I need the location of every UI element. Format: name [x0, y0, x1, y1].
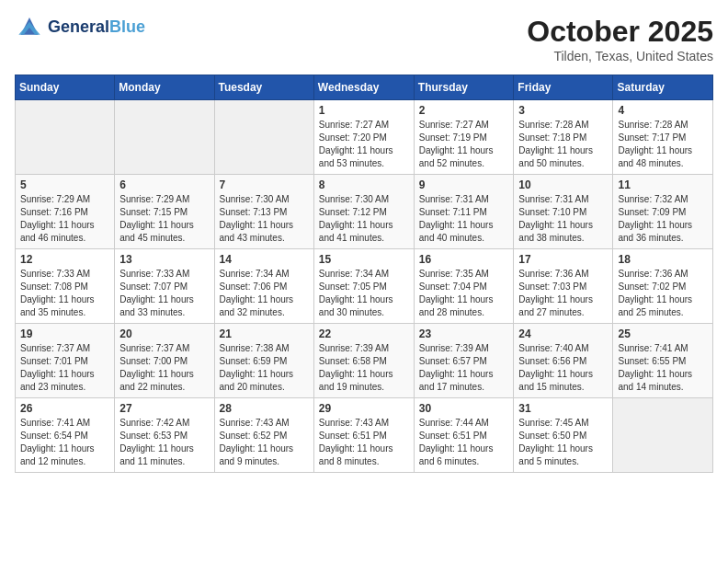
calendar-cell: 23Sunrise: 7:39 AM Sunset: 6:57 PM Dayli… — [414, 324, 514, 398]
calendar-cell: 1Sunrise: 7:27 AM Sunset: 7:20 PM Daylig… — [313, 100, 414, 175]
page-header: GeneralBlue October 2025 Tilden, Texas, … — [15, 15, 713, 63]
location: Tilden, Texas, United States — [527, 49, 713, 63]
logo: GeneralBlue — [15, 15, 145, 40]
calendar-cell: 17Sunrise: 7:36 AM Sunset: 7:03 PM Dayli… — [514, 249, 613, 324]
day-info: Sunrise: 7:39 AM Sunset: 6:57 PM Dayligh… — [419, 342, 509, 394]
day-number: 16 — [419, 253, 509, 266]
day-info: Sunrise: 7:45 AM Sunset: 6:50 PM Dayligh… — [518, 417, 608, 468]
day-number: 6 — [119, 178, 209, 191]
calendar-cell: 26Sunrise: 7:41 AM Sunset: 6:54 PM Dayli… — [16, 398, 115, 473]
day-number: 29 — [319, 402, 409, 415]
day-number: 9 — [419, 178, 509, 191]
calendar-cell: 31Sunrise: 7:45 AM Sunset: 6:50 PM Dayli… — [514, 398, 613, 473]
day-number: 11 — [618, 178, 708, 191]
calendar-cell — [613, 398, 713, 473]
title-block: October 2025 Tilden, Texas, United State… — [527, 15, 713, 63]
month-title: October 2025 — [527, 15, 713, 49]
day-info: Sunrise: 7:40 AM Sunset: 6:56 PM Dayligh… — [518, 342, 608, 394]
day-info: Sunrise: 7:34 AM Sunset: 7:05 PM Dayligh… — [319, 268, 409, 319]
day-number: 30 — [419, 402, 509, 415]
calendar-cell: 10Sunrise: 7:31 AM Sunset: 7:10 PM Dayli… — [514, 175, 613, 249]
day-number: 5 — [20, 178, 109, 191]
day-info: Sunrise: 7:33 AM Sunset: 7:08 PM Dayligh… — [20, 268, 109, 319]
day-number: 27 — [119, 402, 209, 415]
day-info: Sunrise: 7:27 AM Sunset: 7:20 PM Dayligh… — [319, 119, 409, 170]
calendar-cell: 28Sunrise: 7:43 AM Sunset: 6:52 PM Dayli… — [214, 398, 313, 473]
weekday-monday: Monday — [115, 75, 214, 100]
day-info: Sunrise: 7:29 AM Sunset: 7:16 PM Dayligh… — [20, 193, 109, 245]
calendar-cell: 25Sunrise: 7:41 AM Sunset: 6:55 PM Dayli… — [613, 324, 713, 398]
weekday-sunday: Sunday — [16, 75, 115, 100]
day-info: Sunrise: 7:44 AM Sunset: 6:51 PM Dayligh… — [419, 417, 509, 468]
day-info: Sunrise: 7:38 AM Sunset: 6:59 PM Dayligh… — [220, 342, 309, 394]
calendar-cell: 13Sunrise: 7:33 AM Sunset: 7:07 PM Dayli… — [115, 249, 214, 324]
day-number: 23 — [419, 327, 509, 340]
week-row-5: 26Sunrise: 7:41 AM Sunset: 6:54 PM Dayli… — [16, 398, 713, 473]
day-number: 25 — [618, 327, 708, 340]
day-number: 21 — [220, 327, 309, 340]
calendar-cell: 22Sunrise: 7:39 AM Sunset: 6:58 PM Dayli… — [313, 324, 414, 398]
calendar-cell: 3Sunrise: 7:28 AM Sunset: 7:18 PM Daylig… — [514, 100, 613, 175]
day-number: 17 — [518, 253, 608, 266]
calendar-cell: 15Sunrise: 7:34 AM Sunset: 7:05 PM Dayli… — [313, 249, 414, 324]
day-info: Sunrise: 7:33 AM Sunset: 7:07 PM Dayligh… — [119, 268, 209, 319]
day-info: Sunrise: 7:36 AM Sunset: 7:02 PM Dayligh… — [618, 268, 708, 319]
week-row-2: 5Sunrise: 7:29 AM Sunset: 7:16 PM Daylig… — [16, 175, 713, 249]
day-info: Sunrise: 7:28 AM Sunset: 7:17 PM Dayligh… — [618, 119, 708, 170]
day-number: 28 — [220, 402, 309, 415]
calendar-cell: 21Sunrise: 7:38 AM Sunset: 6:59 PM Dayli… — [214, 324, 313, 398]
weekday-tuesday: Tuesday — [214, 75, 313, 100]
day-number: 20 — [119, 327, 209, 340]
calendar-cell: 2Sunrise: 7:27 AM Sunset: 7:19 PM Daylig… — [414, 100, 514, 175]
week-row-4: 19Sunrise: 7:37 AM Sunset: 7:01 PM Dayli… — [16, 324, 713, 398]
day-info: Sunrise: 7:34 AM Sunset: 7:06 PM Dayligh… — [220, 268, 309, 319]
day-number: 2 — [419, 104, 509, 117]
calendar-cell — [214, 100, 313, 175]
day-number: 19 — [20, 327, 109, 340]
day-number: 24 — [518, 327, 608, 340]
day-info: Sunrise: 7:37 AM Sunset: 7:00 PM Dayligh… — [119, 342, 209, 394]
calendar-cell: 6Sunrise: 7:29 AM Sunset: 7:15 PM Daylig… — [115, 175, 214, 249]
weekday-friday: Friday — [514, 75, 613, 100]
day-number: 26 — [20, 402, 109, 415]
day-info: Sunrise: 7:35 AM Sunset: 7:04 PM Dayligh… — [419, 268, 509, 319]
calendar-table: SundayMondayTuesdayWednesdayThursdayFrid… — [15, 75, 713, 473]
calendar-cell: 16Sunrise: 7:35 AM Sunset: 7:04 PM Dayli… — [414, 249, 514, 324]
calendar-cell: 4Sunrise: 7:28 AM Sunset: 7:17 PM Daylig… — [613, 100, 713, 175]
calendar-cell: 14Sunrise: 7:34 AM Sunset: 7:06 PM Dayli… — [214, 249, 313, 324]
calendar-cell: 24Sunrise: 7:40 AM Sunset: 6:56 PM Dayli… — [514, 324, 613, 398]
day-info: Sunrise: 7:41 AM Sunset: 6:54 PM Dayligh… — [20, 417, 109, 468]
day-info: Sunrise: 7:37 AM Sunset: 7:01 PM Dayligh… — [20, 342, 109, 394]
day-info: Sunrise: 7:41 AM Sunset: 6:55 PM Dayligh… — [618, 342, 708, 394]
day-number: 1 — [319, 104, 409, 117]
day-info: Sunrise: 7:36 AM Sunset: 7:03 PM Dayligh… — [518, 268, 608, 319]
calendar-cell: 18Sunrise: 7:36 AM Sunset: 7:02 PM Dayli… — [613, 249, 713, 324]
week-row-1: 1Sunrise: 7:27 AM Sunset: 7:20 PM Daylig… — [16, 100, 713, 175]
day-info: Sunrise: 7:28 AM Sunset: 7:18 PM Dayligh… — [518, 119, 608, 170]
day-info: Sunrise: 7:27 AM Sunset: 7:19 PM Dayligh… — [419, 119, 509, 170]
day-number: 4 — [618, 104, 708, 117]
calendar-cell — [115, 100, 214, 175]
calendar-cell: 30Sunrise: 7:44 AM Sunset: 6:51 PM Dayli… — [414, 398, 514, 473]
calendar-cell: 11Sunrise: 7:32 AM Sunset: 7:09 PM Dayli… — [613, 175, 713, 249]
day-info: Sunrise: 7:31 AM Sunset: 7:11 PM Dayligh… — [419, 193, 509, 245]
day-info: Sunrise: 7:43 AM Sunset: 6:51 PM Dayligh… — [319, 417, 409, 468]
calendar-cell — [16, 100, 115, 175]
calendar-cell: 27Sunrise: 7:42 AM Sunset: 6:53 PM Dayli… — [115, 398, 214, 473]
day-number: 10 — [518, 178, 608, 191]
day-number: 31 — [518, 402, 608, 415]
day-info: Sunrise: 7:39 AM Sunset: 6:58 PM Dayligh… — [319, 342, 409, 394]
calendar-cell: 20Sunrise: 7:37 AM Sunset: 7:00 PM Dayli… — [115, 324, 214, 398]
weekday-header-row: SundayMondayTuesdayWednesdayThursdayFrid… — [16, 75, 713, 100]
logo-text: GeneralBlue — [48, 18, 145, 37]
calendar-cell: 12Sunrise: 7:33 AM Sunset: 7:08 PM Dayli… — [16, 249, 115, 324]
calendar-cell: 7Sunrise: 7:30 AM Sunset: 7:13 PM Daylig… — [214, 175, 313, 249]
day-number: 14 — [220, 253, 309, 266]
day-info: Sunrise: 7:32 AM Sunset: 7:09 PM Dayligh… — [618, 193, 708, 245]
calendar-cell: 8Sunrise: 7:30 AM Sunset: 7:12 PM Daylig… — [313, 175, 414, 249]
day-number: 18 — [618, 253, 708, 266]
day-number: 7 — [220, 178, 309, 191]
day-info: Sunrise: 7:30 AM Sunset: 7:12 PM Dayligh… — [319, 193, 409, 245]
day-info: Sunrise: 7:29 AM Sunset: 7:15 PM Dayligh… — [119, 193, 209, 245]
day-number: 8 — [319, 178, 409, 191]
